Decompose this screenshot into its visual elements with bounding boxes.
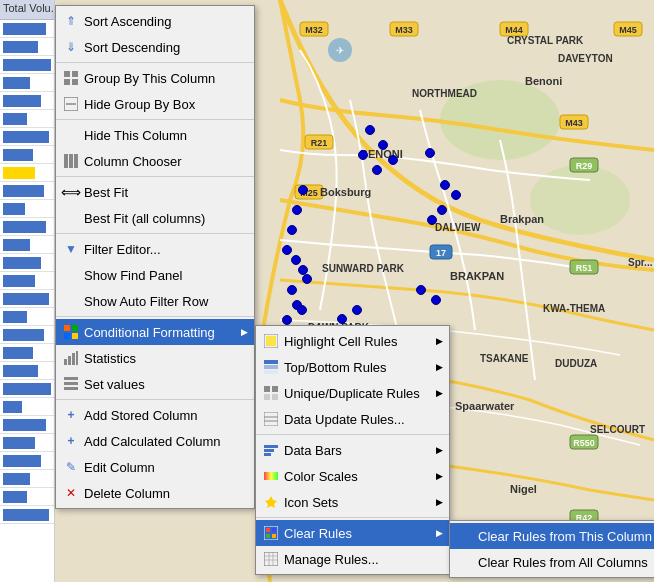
svg-rect-38 bbox=[64, 325, 70, 331]
svg-rect-30 bbox=[72, 71, 78, 77]
svg-rect-72 bbox=[264, 552, 278, 566]
menu-item-icon-sets-label: Icon Sets bbox=[284, 495, 338, 510]
menu-item-clear-this-col[interactable]: Clear Rules from This Column bbox=[450, 523, 654, 549]
menu-item-sort-desc[interactable]: ⇓ Sort Descending bbox=[56, 34, 254, 60]
menu-item-col-chooser[interactable]: Column Chooser bbox=[56, 148, 254, 174]
menu-item-data-bars[interactable]: Data Bars bbox=[256, 437, 449, 463]
menu-item-best-fit-label: Best Fit bbox=[84, 185, 128, 200]
menu-item-add-calc[interactable]: + Add Calculated Column bbox=[56, 428, 254, 454]
menu-item-cond-format[interactable]: Conditional Formatting bbox=[56, 319, 254, 345]
menu-item-delete-col-label: Delete Column bbox=[84, 486, 170, 501]
svg-text:R550: R550 bbox=[573, 438, 595, 448]
svg-text:17: 17 bbox=[436, 248, 446, 258]
menu-item-data-update[interactable]: Data Update Rules... bbox=[256, 406, 449, 432]
menu-item-color-scales-label: Color Scales bbox=[284, 469, 358, 484]
hide-col-icon bbox=[62, 126, 80, 144]
best-fit-icon: ⟺ bbox=[62, 183, 80, 201]
menu-item-hide-col[interactable]: Hide This Column bbox=[56, 122, 254, 148]
unique-dup-icon bbox=[262, 384, 280, 402]
map-dot bbox=[292, 205, 302, 215]
svg-rect-43 bbox=[68, 356, 71, 365]
svg-rect-31 bbox=[64, 79, 70, 85]
svg-rect-35 bbox=[64, 154, 68, 168]
grid-row bbox=[0, 452, 54, 470]
svg-rect-39 bbox=[72, 325, 78, 331]
data-update-icon bbox=[262, 410, 280, 428]
menu-item-group-col[interactable]: Group By This Column bbox=[56, 65, 254, 91]
menu-item-filter-editor[interactable]: ▼ Filter Editor... bbox=[56, 236, 254, 262]
grid-header: Total Volu... bbox=[0, 0, 54, 20]
menu-item-add-stored[interactable]: + Add Stored Column bbox=[56, 402, 254, 428]
svg-rect-52 bbox=[264, 365, 278, 369]
separator bbox=[56, 233, 254, 234]
menu-item-icon-sets[interactable]: Icon Sets bbox=[256, 489, 449, 515]
svg-text:M33: M33 bbox=[395, 25, 413, 35]
menu-item-best-fit-all[interactable]: Best Fit (all columns) bbox=[56, 205, 254, 231]
svg-rect-62 bbox=[264, 449, 274, 452]
svg-rect-61 bbox=[264, 445, 278, 448]
map-dot bbox=[425, 148, 435, 158]
svg-rect-44 bbox=[72, 353, 75, 365]
svg-rect-67 bbox=[266, 528, 270, 532]
filter-icon: ▼ bbox=[62, 240, 80, 258]
menu-item-highlight-cell[interactable]: Highlight Cell Rules bbox=[256, 328, 449, 354]
map-dot bbox=[388, 155, 398, 165]
menu-item-unique-dup[interactable]: Unique/Duplicate Rules bbox=[256, 380, 449, 406]
menu-item-manage-rules[interactable]: Manage Rules... bbox=[256, 546, 449, 572]
svg-point-1 bbox=[440, 80, 560, 160]
map-dot bbox=[337, 314, 347, 324]
menu-item-best-fit[interactable]: ⟺ Best Fit bbox=[56, 179, 254, 205]
separator bbox=[56, 62, 254, 63]
svg-rect-36 bbox=[69, 154, 73, 168]
menu-item-clear-rules[interactable]: Clear Rules bbox=[256, 520, 449, 546]
svg-marker-65 bbox=[265, 496, 277, 508]
menu-item-statistics[interactable]: Statistics bbox=[56, 345, 254, 371]
grid-row bbox=[0, 254, 54, 272]
menu-item-sort-asc[interactable]: ⇑ Sort Ascending bbox=[56, 8, 254, 34]
svg-rect-71 bbox=[264, 552, 278, 566]
menu-item-top-bottom[interactable]: Top/Bottom Rules bbox=[256, 354, 449, 380]
svg-rect-40 bbox=[64, 333, 70, 339]
menu-item-add-calc-label: Add Calculated Column bbox=[84, 434, 221, 449]
grid-row bbox=[0, 308, 54, 326]
menu-item-delete-col[interactable]: ✕ Delete Column bbox=[56, 480, 254, 506]
context-menu-primary: ⇑ Sort Ascending ⇓ Sort Descending Group… bbox=[55, 5, 255, 509]
map-dot bbox=[302, 274, 312, 284]
menu-item-statistics-label: Statistics bbox=[84, 351, 136, 366]
separator bbox=[256, 517, 449, 518]
menu-item-clear-all-cols[interactable]: Clear Rules from All Columns bbox=[450, 549, 654, 575]
context-menu-secondary: Highlight Cell Rules Top/Bottom Rules Un… bbox=[255, 325, 450, 575]
menu-item-color-scales[interactable]: Color Scales bbox=[256, 463, 449, 489]
group-col-icon bbox=[62, 69, 80, 87]
svg-rect-70 bbox=[272, 534, 276, 538]
svg-rect-51 bbox=[264, 360, 278, 364]
menu-item-set-values[interactable]: Set values bbox=[56, 371, 254, 397]
grid-row bbox=[0, 488, 54, 506]
menu-item-edit-col[interactable]: ✎ Edit Column bbox=[56, 454, 254, 480]
menu-item-sort-desc-label: Sort Descending bbox=[84, 40, 180, 55]
highlight-cell-icon bbox=[262, 332, 280, 350]
svg-text:M43: M43 bbox=[565, 118, 583, 128]
menu-item-show-auto-filter[interactable]: Show Auto Filter Row bbox=[56, 288, 254, 314]
grid-row bbox=[0, 236, 54, 254]
map-dot bbox=[287, 225, 297, 235]
svg-rect-45 bbox=[76, 351, 78, 365]
svg-text:R29: R29 bbox=[576, 161, 593, 171]
menu-item-unique-dup-label: Unique/Duplicate Rules bbox=[284, 386, 420, 401]
svg-rect-55 bbox=[272, 386, 278, 392]
sort-asc-icon: ⇑ bbox=[62, 12, 80, 30]
set-values-icon bbox=[62, 375, 80, 393]
add-calc-icon: + bbox=[62, 432, 80, 450]
menu-item-filter-editor-label: Filter Editor... bbox=[84, 242, 161, 257]
map-dot bbox=[416, 285, 426, 295]
separator bbox=[56, 119, 254, 120]
menu-item-edit-col-label: Edit Column bbox=[84, 460, 155, 475]
svg-rect-32 bbox=[72, 79, 78, 85]
map-dot bbox=[365, 125, 375, 135]
menu-item-hide-group[interactable]: Hide Group By Box bbox=[56, 91, 254, 117]
menu-item-show-find[interactable]: Show Find Panel bbox=[56, 262, 254, 288]
menu-item-add-stored-label: Add Stored Column bbox=[84, 408, 197, 423]
grid-row bbox=[0, 434, 54, 452]
grid-row bbox=[0, 344, 54, 362]
map-dot bbox=[298, 185, 308, 195]
